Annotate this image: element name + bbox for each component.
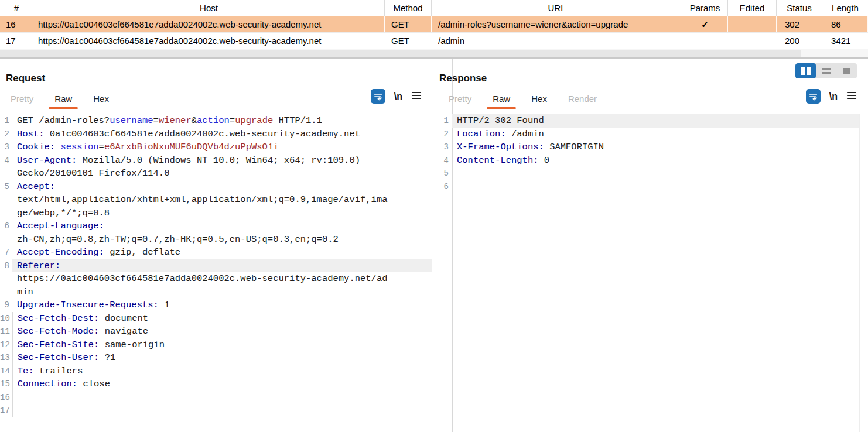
line-number: 13 (0, 351, 13, 365)
code-line: Gecko/20100101 Firefox/114.0 (0, 167, 432, 180)
line-number: 5 (438, 167, 452, 180)
code-text[interactable]: X-Frame-Options: SAMEORIGIN (452, 140, 859, 154)
scrollbar-thumb[interactable] (0, 50, 801, 57)
code-line: zh-CN,zh;q=0.8,zh-TW;q=0.7,zh-HK;q=0.5,e… (0, 233, 432, 246)
line-number: 16 (0, 391, 13, 404)
menu-icon[interactable] (846, 91, 857, 102)
code-text[interactable]: Sec-Fetch-Mode: navigate (13, 325, 432, 338)
line-number: 6 (438, 180, 452, 194)
column-header-method[interactable]: Method (385, 0, 432, 16)
cell-method: GET (385, 33, 432, 49)
code-line: 5Accept: (0, 180, 432, 194)
column-header-params[interactable]: Params (682, 0, 728, 16)
tab-pretty[interactable]: Pretty (438, 90, 482, 107)
code-text[interactable]: Location: /admin (452, 128, 859, 141)
code-line: 3X-Frame-Options: SAMEORIGIN (438, 140, 859, 154)
cell-status: 302 (777, 16, 822, 32)
line-number: 2 (0, 128, 12, 141)
show-newlines-toggle[interactable]: \n (829, 91, 838, 102)
code-text[interactable]: Sec-Fetch-User: ?1 (13, 351, 432, 365)
cell-edited (728, 16, 777, 32)
layout-rows-button[interactable] (816, 63, 836, 78)
layout-single-button[interactable] (836, 63, 857, 78)
cell-url: /admin (432, 33, 682, 49)
code-text[interactable]: HTTP/2 302 Found (452, 114, 859, 128)
request-raw-editor[interactable]: 1GET /admin-roles?username=wiener&action… (0, 114, 432, 432)
tab-pretty[interactable]: Pretty (0, 90, 44, 107)
cell-host: https://0a1c004603cf664581e7adda0024002c… (33, 16, 385, 32)
code-text[interactable]: Connection: close (13, 378, 432, 391)
cell-edited (728, 33, 777, 49)
code-line: 4Content-Length: 0 (438, 154, 859, 167)
code-text[interactable]: Accept: (12, 180, 432, 194)
column-header-host[interactable]: Host (33, 0, 385, 16)
table-horizontal-scrollbar[interactable] (0, 49, 868, 57)
code-line: https://0a1c004603cf664581e7adda0024002c… (0, 272, 432, 286)
cell-url: /admin-roles?username=wiener&action=upgr… (432, 16, 682, 32)
tab-raw[interactable]: Raw (482, 90, 521, 107)
line-number: 15 (0, 378, 13, 391)
code-text[interactable]: User-Agent: Mozilla/5.0 (Windows NT 10.0… (12, 154, 432, 167)
code-line: 11Sec-Fetch-Mode: navigate (0, 325, 432, 338)
cell-method: GET (385, 16, 432, 32)
code-line: 16 (0, 391, 432, 404)
tab-raw[interactable]: Raw (44, 90, 83, 107)
code-text[interactable]: GET /admin-roles?username=wiener&action=… (12, 114, 432, 128)
code-text[interactable]: Sec-Fetch-Dest: document (13, 312, 432, 325)
cell-host: https://0a1c004603cf664581e7adda0024002c… (33, 33, 385, 49)
tab-hex[interactable]: Hex (83, 90, 119, 107)
code-line: 7Accept-Encoding: gzip, deflate (0, 246, 432, 259)
history-header-row: # Host Method URL Params Edited Status L… (0, 0, 868, 16)
code-text[interactable]: Upgrade-Insecure-Requests: 1 (12, 299, 432, 312)
code-line: 17 (0, 404, 432, 417)
code-text[interactable]: text/html,application/xhtml+xml,applicat… (12, 193, 432, 207)
code-text[interactable]: https://0a1c004603cf664581e7adda0024002c… (12, 272, 432, 286)
column-header-number[interactable]: # (0, 0, 33, 16)
menu-icon[interactable] (411, 91, 422, 102)
code-line: 9Upgrade-Insecure-Requests: 1 (0, 299, 432, 312)
response-panel: Response Pretty Raw Hex Render \n (438, 59, 868, 432)
table-row[interactable]: 16https://0a1c004603cf664581e7adda002400… (0, 16, 868, 33)
word-wrap-toggle-icon[interactable] (371, 89, 385, 104)
line-number: 1 (438, 114, 452, 128)
line-number (0, 286, 12, 299)
code-line: text/html,application/xhtml+xml,applicat… (0, 193, 432, 207)
code-text[interactable]: Sec-Fetch-Site: same-origin (13, 338, 432, 352)
cell-params: ✓ (682, 16, 728, 32)
code-text[interactable]: Host: 0a1c004603cf664581e7adda0024002c.w… (12, 128, 432, 141)
column-header-edited[interactable]: Edited (728, 0, 777, 16)
request-tabbar: Pretty Raw Hex \n (0, 87, 436, 110)
code-text[interactable] (452, 180, 859, 194)
cell-params (682, 33, 728, 49)
code-text[interactable] (13, 391, 432, 404)
cell-length: 86 (822, 16, 868, 32)
tab-render[interactable]: Render (558, 90, 607, 107)
code-text[interactable]: zh-CN,zh;q=0.8,zh-TW;q=0.7,zh-HK;q=0.5,e… (12, 233, 432, 246)
layout-columns-button[interactable] (795, 63, 816, 78)
show-newlines-toggle[interactable]: \n (394, 91, 402, 102)
line-number: 4 (438, 154, 452, 167)
code-text[interactable]: Gecko/20100101 Firefox/114.0 (12, 167, 432, 180)
table-row[interactable]: 17https://0a1c004603cf664581e7adda002400… (0, 33, 868, 49)
http-history-table: # Host Method URL Params Edited Status L… (0, 0, 868, 57)
tab-hex[interactable]: Hex (521, 90, 558, 107)
code-text[interactable] (13, 404, 432, 417)
code-text[interactable]: Accept-Encoding: gzip, deflate (12, 246, 432, 259)
code-text[interactable]: ge/webp,*/*;q=0.8 (12, 207, 432, 220)
code-line: 1HTTP/2 302 Found (438, 114, 859, 128)
code-text[interactable]: min (12, 286, 432, 299)
column-header-url[interactable]: URL (432, 0, 682, 16)
code-text[interactable]: Content-Length: 0 (452, 154, 859, 167)
word-wrap-toggle-icon[interactable] (806, 89, 821, 104)
code-text[interactable] (452, 167, 859, 180)
column-header-length[interactable]: Length (822, 0, 868, 16)
code-text[interactable]: Referer: (12, 259, 432, 273)
column-header-status[interactable]: Status (777, 0, 822, 16)
response-raw-editor[interactable]: 1HTTP/2 302 Found2Location: /admin3X-Fra… (438, 114, 860, 432)
code-line: 3Cookie: session=e6ArxbBioNxuMUF6uDQVb4d… (0, 140, 432, 154)
code-line: min (0, 286, 432, 299)
code-text[interactable]: Accept-Language: (12, 220, 432, 233)
code-text[interactable]: Te: trailers (13, 365, 432, 378)
code-text[interactable]: Cookie: session=e6ArxbBioNxuMUF6uDQVb4dz… (12, 140, 432, 154)
line-number: 14 (0, 365, 13, 378)
